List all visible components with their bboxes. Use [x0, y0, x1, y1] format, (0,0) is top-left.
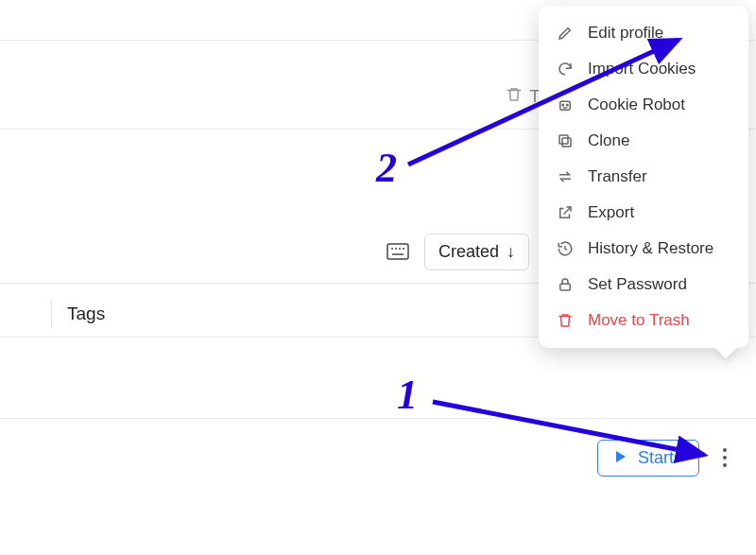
annotation-number-2: 2 [376, 144, 397, 192]
keyboard-icon[interactable] [387, 243, 409, 260]
copy-icon [556, 132, 575, 149]
context-menu: Edit profileImport CookiesCookie RobotCl… [539, 6, 748, 348]
column-divider [51, 300, 52, 328]
menu-item-export[interactable]: Export [539, 195, 748, 231]
more-actions-button[interactable] [709, 439, 741, 477]
lock-icon [556, 276, 575, 293]
tags-label: Tags [67, 304, 105, 324]
sort-button[interactable]: Created ↓ [424, 234, 529, 270]
history-icon [556, 240, 575, 257]
menu-item-history[interactable]: History & Restore [539, 231, 748, 267]
svg-point-8 [567, 104, 569, 106]
menu-item-label: Transfer [588, 167, 647, 186]
menu-item-trash[interactable]: Move to Trash [539, 303, 748, 338]
annotation-number-1: 1 [397, 371, 418, 419]
trash-icon [556, 312, 575, 329]
menu-item-label: Move to Trash [588, 311, 690, 330]
kebab-dot [723, 463, 727, 467]
menu-item-label: Clone [588, 131, 629, 150]
robot-icon [556, 96, 575, 113]
svg-rect-11 [559, 135, 568, 144]
menu-item-label: Edit profile [588, 24, 663, 43]
divider [0, 418, 756, 419]
svg-point-7 [562, 104, 564, 106]
trash-icon [506, 86, 523, 108]
menu-item-pencil[interactable]: Edit profile [539, 15, 748, 51]
menu-tail [715, 338, 737, 359]
start-button[interactable]: Start [597, 440, 699, 477]
menu-item-label: Import Cookies [588, 60, 696, 78]
play-icon [615, 448, 627, 468]
start-label: Start [638, 448, 674, 468]
pencil-icon [556, 25, 575, 42]
menu-item-copy[interactable]: Clone [539, 123, 748, 159]
menu-item-label: Export [588, 203, 634, 222]
menu-item-refresh[interactable]: Import Cookies [539, 51, 748, 87]
export-icon [556, 204, 575, 221]
svg-rect-10 [562, 138, 571, 147]
menu-item-label: Cookie Robot [588, 95, 685, 114]
svg-rect-0 [387, 244, 408, 259]
svg-rect-12 [560, 284, 571, 290]
row-actions: Start [0, 437, 756, 478]
menu-item-label: Set Password [588, 275, 687, 294]
kebab-dot [723, 456, 727, 460]
menu-item-swap[interactable]: Transfer [539, 159, 748, 195]
svg-rect-6 [560, 101, 571, 110]
sort-label: Created [438, 242, 499, 262]
kebab-dot [723, 448, 727, 452]
menu-item-lock[interactable]: Set Password [539, 267, 748, 303]
refresh-icon [556, 61, 575, 78]
arrow-down-icon: ↓ [507, 242, 515, 262]
menu-item-label: History & Restore [588, 239, 713, 258]
swap-icon [556, 168, 575, 185]
menu-item-robot[interactable]: Cookie Robot [539, 87, 748, 123]
